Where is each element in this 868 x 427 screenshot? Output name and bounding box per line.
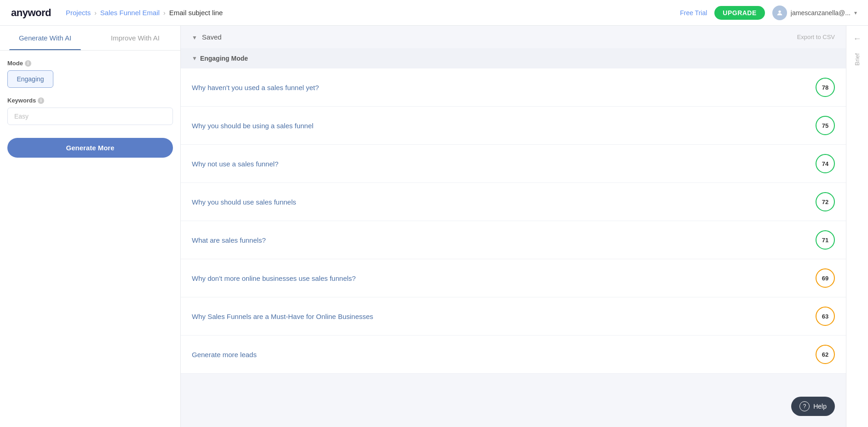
app-logo: anyword [11,7,51,19]
user-email: jamescanzanella@... [791,9,851,17]
score-badge: 62 [816,345,835,364]
result-item[interactable]: Generate more leads 62 [181,336,846,374]
upgrade-button[interactable]: UPGRADE [714,6,765,20]
svg-point-0 [778,10,781,12]
user-avatar [772,6,787,20]
result-text: Why not use a sales funnel? [192,160,808,168]
mode-button[interactable]: Engaging [7,70,53,88]
score-badge: 63 [816,307,835,326]
sidebar: Generate With AI Improve With AI Mode i … [0,26,181,427]
chevron-down-icon: ▾ [854,10,857,16]
keywords-label: Keywords i [7,97,173,104]
user-menu[interactable]: jamescanzanella@... ▾ [772,6,857,20]
result-item[interactable]: Why you should be using a sales funnel 7… [181,107,846,145]
result-text: Why you should be using a sales funnel [192,122,808,130]
breadcrumb-current: Email subject line [169,9,223,17]
breadcrumb-sep-1: › [94,9,97,17]
help-circle-icon: ? [799,401,810,411]
result-text: Why you should use sales funnels [192,198,808,206]
keywords-input[interactable] [7,108,173,125]
result-text: What are sales funnels? [192,236,808,244]
score-badge: 72 [816,192,835,211]
score-badge: 69 [816,268,835,288]
right-panel: ← Brief [846,26,868,427]
brief-label[interactable]: Brief [854,53,861,66]
result-text: Why Sales Funnels are a Must-Have for On… [192,313,808,320]
generate-more-button[interactable]: Generate More [7,138,173,158]
result-item[interactable]: Why Sales Funnels are a Must-Have for On… [181,297,846,336]
results-header: ▼ Saved Export to CSV [181,26,846,48]
help-button[interactable]: ? Help [791,397,835,416]
score-badge: 74 [816,154,835,173]
tab-improve[interactable]: Improve With AI [90,26,180,50]
result-item[interactable]: Why you should use sales funnels 72 [181,183,846,221]
result-item[interactable]: Why not use a sales funnel? 74 [181,145,846,183]
free-trial-link[interactable]: Free Trial [680,9,707,17]
saved-label[interactable]: ▼ Saved [192,33,222,41]
breadcrumb: Projects › Sales Funnel Email › Email su… [66,9,223,17]
breadcrumb-sep-2: › [163,9,166,17]
mode-label: Mode i [7,60,173,67]
app-header: anyword Projects › Sales Funnel Email › … [0,0,868,26]
result-item[interactable]: Why haven't you used a sales funnel yet?… [181,68,846,107]
engaging-mode-section: ▼ Engaging Mode Why haven't you used a s… [181,48,846,374]
export-csv-link[interactable]: Export to CSV [797,34,835,40]
help-label: Help [813,403,827,410]
result-text: Why haven't you used a sales funnel yet? [192,84,808,91]
results-area: ▼ Saved Export to CSV ▼ Engaging Mode Wh… [181,26,846,374]
result-item[interactable]: What are sales funnels? 71 [181,221,846,259]
breadcrumb-project[interactable]: Sales Funnel Email [100,9,160,17]
keywords-info-icon[interactable]: i [38,97,44,104]
results-list: Why haven't you used a sales funnel yet?… [181,68,846,374]
result-item[interactable]: Why don't more online businesses use sal… [181,259,846,297]
sidebar-tabs: Generate With AI Improve With AI [0,26,180,51]
tab-generate[interactable]: Generate With AI [0,26,90,50]
score-badge: 71 [816,230,835,250]
result-text: Generate more leads [192,351,808,359]
score-badge: 78 [816,78,835,97]
score-badge: 75 [816,116,835,135]
app-body: Generate With AI Improve With AI Mode i … [0,26,868,427]
saved-triangle-icon: ▼ [192,34,197,41]
sidebar-body: Mode i Engaging Keywords i Generate More [0,51,180,167]
main-content: ▼ Saved Export to CSV ▼ Engaging Mode Wh… [181,26,846,427]
mode-field: Mode i Engaging [7,60,173,88]
keywords-field: Keywords i [7,97,173,125]
header-right: Free Trial UPGRADE jamescanzanella@... ▾ [680,6,857,20]
mode-info-icon[interactable]: i [25,60,31,67]
result-text: Why don't more online businesses use sal… [192,274,808,282]
back-arrow-button[interactable]: ← [850,31,865,46]
engaging-triangle-icon: ▼ [192,55,197,62]
engaging-mode-header[interactable]: ▼ Engaging Mode [181,48,846,68]
engaging-mode-label: Engaging Mode [200,55,248,62]
breadcrumb-projects[interactable]: Projects [66,9,91,17]
